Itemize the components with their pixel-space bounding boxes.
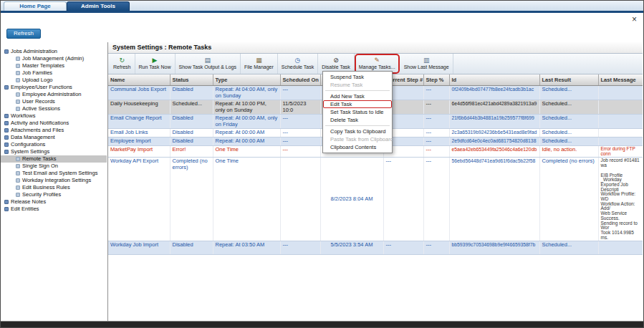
cell-id: 2c3a65319b924236b6e5431ead8e9fad xyxy=(449,129,539,138)
page-icon xyxy=(16,171,20,175)
cell-id: 21f6b6d44b3b4881a19b259577f8f699 xyxy=(449,115,539,129)
page-icon xyxy=(16,92,20,97)
sidebar-item-configurations[interactable]: Configurations xyxy=(1,141,107,148)
clock-icon: ◷ xyxy=(295,57,301,64)
sidebar-item-release-notes[interactable]: Release Notes xyxy=(1,198,107,206)
menu-item-add-new-task[interactable]: Add New Task xyxy=(323,92,392,100)
cell-name: Employee Import xyxy=(108,138,170,146)
cell-type: Repeat: At 04:00 AM, only on Sunday xyxy=(213,86,280,100)
page-icon xyxy=(16,100,20,104)
menu-item-paste-task-from-clipboard: Paste Task from Clipboard xyxy=(323,135,392,143)
cell-scheduled-on: --- xyxy=(280,86,320,100)
folder-icon xyxy=(4,135,9,140)
sidebar-item-master-templates[interactable]: Master Templates xyxy=(1,62,107,69)
cell-scheduled-on: --- xyxy=(280,115,320,129)
task-row[interactable]: Workday Job ImportDisabledRepeat: At 03:… xyxy=(108,241,643,255)
page-icon xyxy=(16,185,20,190)
cell-id: bb59399c70534698b9e9f46659358f7b xyxy=(449,241,539,255)
cell-step-pct: --- xyxy=(423,100,449,115)
cell-type: Repeat: At 03:50 AM xyxy=(213,241,280,255)
column-header-status[interactable]: Status xyxy=(170,74,213,86)
cell-status: Disabled xyxy=(170,129,213,138)
cell-name: Communal Jobs Export xyxy=(108,86,170,100)
sidebar-item-employee-user-functions[interactable]: Employee/User Functions xyxy=(1,84,107,91)
tree-item-label: Activity and Notifications xyxy=(11,120,69,127)
tree-item-label: Master Templates xyxy=(22,62,64,69)
column-header-id[interactable]: Id xyxy=(449,74,539,86)
tree-item-label: Upload Logo xyxy=(22,77,53,84)
menu-item-suspend-task[interactable]: Suspend Task xyxy=(323,73,392,81)
toolbar-button-label: File Manager xyxy=(244,64,274,70)
cell-last-result: Scheduled... xyxy=(539,86,598,100)
cell-status: Disabled xyxy=(170,241,213,255)
column-header-last-result[interactable]: Last Result xyxy=(539,74,598,86)
sidebar-item-data-management[interactable]: Data Management xyxy=(1,134,107,141)
cell-step-pct: --- xyxy=(423,138,449,146)
tree-item-label: System Settings xyxy=(11,148,49,155)
sidebar-item-system-settings[interactable]: System Settings xyxy=(1,148,107,155)
sidebar-item-job-management-admin[interactable]: Job Management (Admin) xyxy=(1,55,107,62)
sidebar-item-edit-business-rules[interactable]: Edit Business Rules xyxy=(1,184,107,191)
column-header-type[interactable]: Type xyxy=(213,74,280,86)
toolbar-button-label: Run Task Now xyxy=(139,64,171,70)
sidebar-item-workflows[interactable]: Workflows xyxy=(1,112,107,120)
cell-step-pct: --- xyxy=(423,115,449,129)
sidebar-item-workday-integration-settings[interactable]: Workday Integration Settings xyxy=(1,177,107,184)
sidebar-item-test-email-and-system-settings[interactable]: Test Email and System Settings xyxy=(1,170,107,177)
cell-last-message: Error during FTP conn xyxy=(598,146,643,158)
sidebar-item-upload-logo[interactable]: Upload Logo xyxy=(1,77,107,84)
show-last-message-button[interactable]: ▥Show Last Message xyxy=(400,54,453,74)
manage-tasks-menu: Suspend Task Resume Task Add New Task Ed… xyxy=(322,71,393,153)
sidebar-item-attachments-and-files[interactable]: Attachments and Files xyxy=(1,127,107,134)
menu-item-copy-task-to-clipboard[interactable]: Copy Task to Clipboard xyxy=(323,127,392,135)
cell-last-message xyxy=(598,100,643,115)
cell-current-step: --- xyxy=(383,241,423,255)
cell-step-pct: --- xyxy=(423,146,449,158)
tree-item-label: Employee Administration xyxy=(22,91,82,98)
cell-status: Scheduled... xyxy=(170,100,213,115)
cell-id: 6e4d56f981ec421abd4289a3821913a9 xyxy=(449,100,539,115)
show-task-output-logs-button[interactable]: ▤Show Task Output & Logs xyxy=(176,54,241,74)
sidebar-item-edit-entities[interactable]: Edit Entities xyxy=(1,206,107,213)
tree-item-label: Job Families xyxy=(22,69,52,77)
cell-last-message xyxy=(598,129,643,138)
cell-current-step: --- xyxy=(383,158,423,241)
sidebar-item-active-sessions[interactable]: Active Sessions xyxy=(1,105,107,112)
menu-separator xyxy=(325,125,390,126)
folder-icon xyxy=(4,150,9,154)
sidebar-item-job-families[interactable]: Job Families xyxy=(1,69,107,77)
schedule-task-button[interactable]: ◷Schedule Task xyxy=(278,54,318,74)
cell-status: Error! xyxy=(170,146,213,158)
menu-item-clipboard-contents[interactable]: Clipboard Contents xyxy=(323,143,392,151)
toolbar-refresh-button[interactable]: ↻Refresh xyxy=(110,54,135,74)
column-header-last-message[interactable]: Last Message xyxy=(598,74,643,86)
tab-home-page[interactable]: Home Page xyxy=(4,1,67,11)
tab-admin-tools[interactable]: Admin Tools xyxy=(67,1,130,11)
cell-name: MarketPay Import xyxy=(108,146,170,158)
sidebar-item-user-records[interactable]: User Records xyxy=(1,98,107,105)
cell-name: Email Job Links xyxy=(108,129,170,138)
sidebar-item-activity-and-notifications[interactable]: Activity and Notifications xyxy=(1,120,107,127)
menu-item-delete-task[interactable]: Delete Task xyxy=(323,116,392,124)
cell-scheduled-on: --- xyxy=(280,129,320,138)
sidebar-item-single-sign-on[interactable]: Single Sign On xyxy=(1,163,107,170)
tab-bar: Home Page Admin Tools xyxy=(1,1,643,13)
document-icon: ▤ xyxy=(204,57,211,64)
page-refresh-button[interactable]: Refresh xyxy=(6,29,41,39)
task-row[interactable]: Workday API ExportCompleted (no errors)O… xyxy=(108,158,643,241)
menu-item-set-task-status-to-idle[interactable]: Set Task Status to Idle xyxy=(323,108,392,116)
toolbar-button-label: Show Task Output & Logs xyxy=(179,64,236,70)
menu-item-edit-task[interactable]: Edit Task xyxy=(323,100,392,108)
sidebar-item-jobs-administration[interactable]: Jobs Administration xyxy=(1,48,107,55)
sidebar-item-security-profiles[interactable]: Security Profiles xyxy=(1,191,107,198)
sidebar-item-remote-tasks[interactable]: Remote Tasks xyxy=(1,155,107,163)
cell-step-pct: --- xyxy=(423,158,449,241)
column-header-scheduled-on[interactable]: Scheduled On xyxy=(280,74,320,86)
close-icon[interactable]: × xyxy=(632,16,637,23)
run-task-now-button[interactable]: ▶Run Task Now xyxy=(135,54,176,74)
sidebar-item-employee-administration[interactable]: Employee Administration xyxy=(1,91,107,98)
file-manager-button[interactable]: ▦File Manager xyxy=(241,54,278,74)
column-header-name[interactable]: Name xyxy=(108,74,170,86)
column-header-step-pct[interactable]: Step % xyxy=(423,74,449,86)
cell-last-ran: 5/5/2023 3:54 AM xyxy=(320,241,383,255)
